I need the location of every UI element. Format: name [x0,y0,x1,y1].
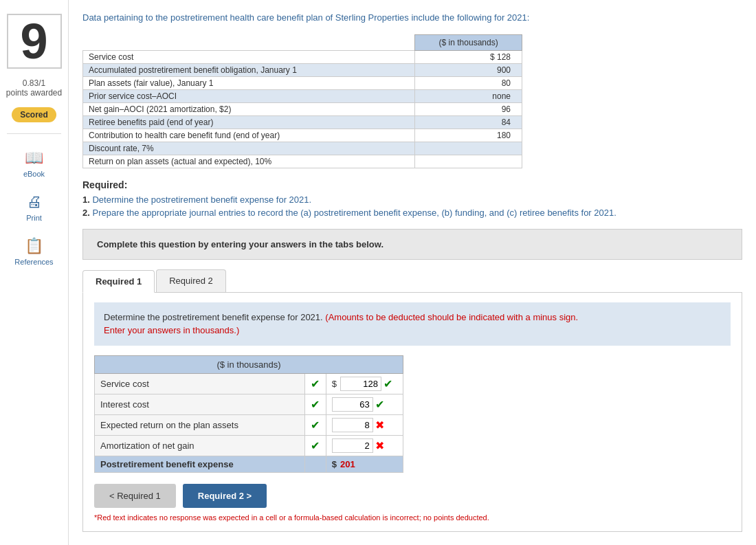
dollar-sign: $ [332,379,337,389]
question-number: 9 [7,14,62,69]
ebook-icon: 📖 [25,149,43,167]
print-label: Print [26,214,42,222]
row-value[interactable]: ✖ [326,414,403,435]
sidebar-divider [7,133,61,134]
ebook-label: eBook [23,170,45,178]
incorrect-icon: ✖ [375,439,384,452]
value-input[interactable] [340,377,381,391]
value-input[interactable] [332,397,373,412]
row-label: Amortization of net gain [95,435,305,456]
total-dollar: $ [332,459,337,469]
footer-note: *Red text indicates no response was expe… [94,513,731,522]
references-label: References [14,258,53,266]
data-table-row: Contribution to health care benefit fund… [83,129,522,142]
question-header: Data pertaining to the postretirement he… [82,11,742,25]
tab-required1[interactable]: Required 1 [82,270,155,293]
info-line1: Determine the postretirement benefit exp… [104,312,323,322]
row-label: Service cost [95,373,305,394]
answer-table-row: Expected return on the plan assets ✔ ✖ [95,414,403,435]
check-icon: ✔ [311,419,320,431]
data-table: ($ in thousands) Service cost$ 128Accumu… [82,34,522,168]
tab-required2[interactable]: Required 2 [156,269,226,292]
row-label: Interest cost [95,394,305,414]
print-icon: 🖨 [27,193,42,211]
references-icon: 📋 [25,237,43,255]
required-title: Required: [82,179,742,190]
correct-icon: ✔ [383,377,392,390]
tab-content: Determine the postretirement benefit exp… [82,293,742,532]
correct-icon: ✔ [375,398,384,411]
answer-table: ($ in thousands) Service cost ✔ $ ✔ Inte… [94,355,403,473]
required-item-2: 2. Prepare the appropriate journal entri… [82,208,742,218]
row-status: ✔ [305,394,326,414]
value-input[interactable] [332,418,373,432]
data-table-row: Retiree benefits paid (end of year)84 [83,115,522,129]
row-value[interactable]: $ ✔ [326,373,403,394]
info-line3: Enter your answers in thousands.) [104,325,239,335]
row-label: Expected return on the plan assets [95,414,305,435]
row-status: ✔ [305,435,326,456]
value-input[interactable] [332,438,373,453]
answer-table-header: ($ in thousands) [95,355,403,373]
info-line2: (Amounts to be deducted should be indica… [325,312,578,322]
total-status [305,456,326,472]
answer-table-row: Interest cost ✔ ✔ [95,394,403,414]
row-status: ✔ [305,414,326,435]
data-table-row: Accumulated postretirement benefit oblig… [83,63,522,76]
data-table-header: ($ in thousands) [415,34,522,50]
check-icon: ✔ [311,378,320,390]
data-table-row: Discount rate, 7% [83,142,522,155]
row-value[interactable]: ✔ [326,394,403,414]
btn-required1[interactable]: < Required 1 [94,484,176,508]
total-label: Postretirement benefit expense [95,456,305,472]
data-table-row: Prior service cost–AOCInone [83,89,522,102]
data-table-row: Return on plan assets (actual and expect… [83,155,522,168]
row-status: ✔ [305,373,326,394]
total-value: $ 201 [326,456,403,472]
points-label: points awarded [6,88,62,98]
row-value[interactable]: ✖ [326,435,403,456]
required-section: Required: 1. Determine the postretiremen… [82,179,742,218]
points-value: 0.83/1 [6,78,62,88]
total-amount: 201 [340,459,355,469]
btn-required2[interactable]: Required 2 > [183,484,267,508]
instructions-box: Complete this question by entering your … [82,229,742,260]
info-box: Determine the postretirement benefit exp… [94,302,731,346]
total-row: Postretirement benefit expense $ 201 [95,456,403,472]
incorrect-icon: ✖ [375,419,384,432]
answer-table-row: Service cost ✔ $ ✔ [95,373,403,394]
check-icon: ✔ [311,440,320,452]
points-info: 0.83/1 points awarded [6,78,62,98]
data-table-row: Plan assets (fair value), January 180 [83,76,522,89]
data-table-row: Net gain–AOCI (2021 amortization, $2)96 [83,102,522,115]
nav-buttons: < Required 1 Required 2 > [94,484,731,508]
required-item-1: 1. Determine the postretirement benefit … [82,194,742,205]
answer-table-row: Amortization of net gain ✔ ✖ [95,435,403,456]
scored-badge: Scored [12,107,56,122]
tabs-container: Required 1 Required 2 [82,269,742,293]
check-icon: ✔ [311,399,320,410]
sidebar-item-print[interactable]: 🖨 Print [22,189,46,226]
sidebar-item-ebook[interactable]: 📖 eBook [19,145,49,182]
sidebar-item-references[interactable]: 📋 References [10,233,57,270]
data-table-row: Service cost$ 128 [83,50,522,63]
